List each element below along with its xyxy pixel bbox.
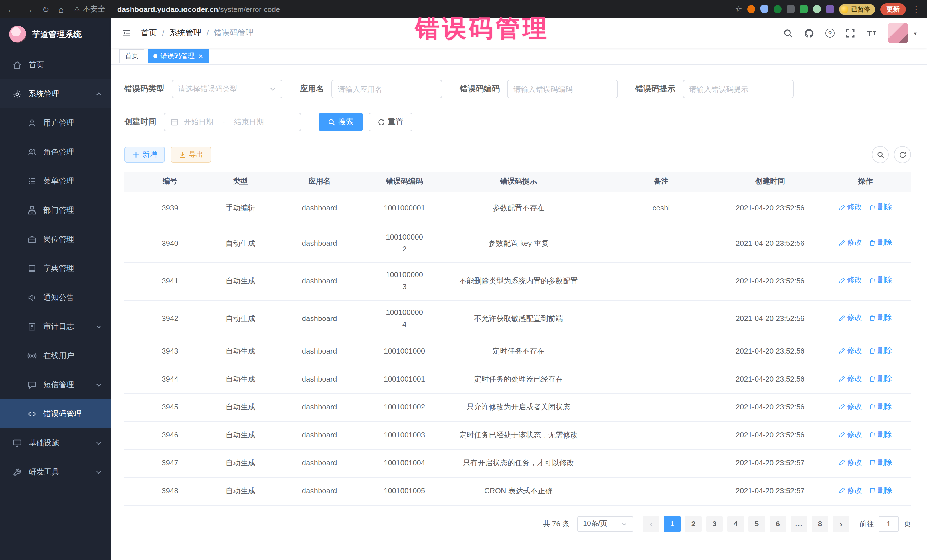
github-icon[interactable] — [804, 28, 815, 38]
page-button-2[interactable]: 2 — [685, 516, 702, 532]
app-name-input[interactable] — [331, 80, 442, 98]
delete-link[interactable]: 删除 — [869, 429, 892, 441]
error-hint-input[interactable] — [683, 80, 793, 98]
delete-link[interactable]: 删除 — [869, 202, 892, 214]
close-icon[interactable]: × — [199, 52, 203, 60]
font-size-icon[interactable]: TT — [866, 28, 877, 38]
extension-icon[interactable] — [800, 5, 808, 13]
tag-home[interactable]: 首页 — [119, 49, 144, 63]
breadcrumb-home[interactable]: 首页 — [141, 28, 157, 38]
app-logo[interactable]: 芋道管理系统 — [0, 18, 111, 50]
page-button-3[interactable]: 3 — [706, 516, 723, 532]
sidebar-item-label: 基础设施 — [29, 438, 59, 448]
toggle-search-button[interactable] — [872, 146, 889, 163]
page-button-6[interactable]: 6 — [769, 516, 786, 532]
divider — [111, 5, 111, 13]
browser-menu-icon[interactable]: ⋮ — [912, 5, 920, 14]
extension-icon[interactable] — [787, 5, 795, 13]
edit-link[interactable]: 修改 — [839, 429, 862, 441]
cell-app: dashboard — [265, 225, 374, 262]
edit-link[interactable]: 修改 — [839, 237, 862, 249]
extension-icon[interactable] — [760, 5, 768, 13]
delete-link[interactable]: 删除 — [869, 373, 892, 385]
sidebar-item-user-management[interactable]: 用户管理 — [0, 108, 111, 137]
delete-link[interactable]: 删除 — [869, 237, 892, 249]
sidebar-item-system-management[interactable]: 系统管理 — [0, 79, 111, 108]
delete-link[interactable]: 删除 — [869, 312, 892, 324]
edit-link[interactable]: 修改 — [839, 485, 862, 497]
reset-button[interactable]: 重置 — [369, 113, 412, 131]
page-button-5[interactable]: 5 — [748, 516, 765, 532]
error-code-input[interactable] — [507, 80, 618, 98]
search-icon[interactable] — [783, 28, 793, 38]
page-size-select[interactable]: 10条/页 — [577, 516, 633, 532]
edit-link[interactable]: 修改 — [839, 202, 862, 214]
sidebar-item-label: 用户管理 — [43, 118, 74, 128]
sidebar-item-dict-management[interactable]: 字典管理 — [0, 254, 111, 283]
browser-home-icon[interactable]: ⌂ — [58, 5, 64, 14]
sidebar-item-post-management[interactable]: 岗位管理 — [0, 225, 111, 254]
edit-link[interactable]: 修改 — [839, 401, 862, 413]
sidebar-item-sms-management[interactable]: 短信管理 — [0, 370, 111, 399]
chevron-down-icon[interactable]: ▾ — [914, 30, 917, 36]
page-button-8[interactable]: 8 — [812, 516, 828, 532]
message-icon — [27, 380, 36, 389]
delete-link[interactable]: 删除 — [869, 485, 892, 497]
next-page-button[interactable]: › — [833, 516, 849, 532]
sidebar-item-error-code-management[interactable]: 错误码管理 — [0, 399, 111, 428]
prev-page-button[interactable]: ‹ — [643, 516, 660, 532]
edit-link[interactable]: 修改 — [839, 345, 862, 357]
delete-link[interactable]: 删除 — [869, 345, 892, 357]
menu-fold-icon[interactable] — [122, 28, 132, 38]
error-type-select[interactable]: 请选择错误码类型 — [172, 80, 283, 98]
edit-link[interactable]: 修改 — [839, 373, 862, 385]
tag-error-code[interactable]: 错误码管理× — [148, 49, 208, 63]
extension-icon[interactable] — [747, 5, 755, 13]
page-button-4[interactable]: 4 — [727, 516, 744, 532]
security-label[interactable]: 不安全 — [83, 4, 105, 14]
sidebar-item-infrastructure[interactable]: 基础设施 — [0, 428, 111, 457]
column-header: 创建时间 — [720, 171, 820, 191]
sidebar-item-department-management[interactable]: 部门管理 — [0, 196, 111, 225]
chevron-down-icon — [95, 439, 102, 446]
sidebar-item-notice[interactable]: 通知公告 — [0, 283, 111, 312]
extension-icon[interactable] — [826, 5, 834, 13]
cell-remark — [602, 225, 720, 262]
goto-page-input[interactable] — [878, 516, 899, 532]
address-bar[interactable]: ⚠ 不安全 dashboard.yudao.iocoder.cn/system/… — [74, 4, 280, 14]
delete-link[interactable]: 删除 — [869, 457, 892, 469]
refresh-table-button[interactable] — [894, 146, 911, 163]
sidebar-item-online-user[interactable]: 在线用户 — [0, 341, 111, 370]
extension-icon[interactable] — [813, 5, 821, 13]
sidebar-item-role-management[interactable]: 角色管理 — [0, 137, 111, 167]
help-icon[interactable]: ? — [825, 29, 834, 38]
sidebar-item-audit-log[interactable]: 审计日志 — [0, 312, 111, 341]
total-count: 共 76 条 — [543, 519, 570, 529]
sidebar-item-menu-management[interactable]: 菜单管理 — [0, 167, 111, 196]
edit-link[interactable]: 修改 — [839, 312, 862, 324]
page-ellipsis[interactable]: ... — [791, 516, 807, 532]
date-range-picker[interactable]: 开始日期 - 结束日期 — [164, 113, 301, 131]
back-icon[interactable]: ← — [7, 5, 15, 14]
forward-icon[interactable]: → — [24, 5, 33, 14]
sidebar-item-dev-tools[interactable]: 研发工具 — [0, 457, 111, 486]
page-button-1[interactable]: 1 — [664, 516, 681, 532]
profile-paused-button[interactable]: 已暂停 — [839, 4, 875, 15]
search-button[interactable]: 搜索 — [319, 113, 363, 131]
export-button[interactable]: 导出 — [170, 147, 211, 162]
sidebar-item-home[interactable]: 首页 — [0, 50, 111, 79]
edit-link[interactable]: 修改 — [839, 457, 862, 469]
delete-link[interactable]: 删除 — [869, 401, 892, 413]
extension-icon[interactable] — [774, 5, 781, 13]
bookmark-icon[interactable]: ☆ — [735, 5, 742, 14]
user-avatar[interactable] — [887, 23, 908, 43]
delete-link[interactable]: 删除 — [869, 275, 892, 287]
breadcrumb-system[interactable]: 系统管理 — [169, 28, 201, 38]
cell-type: 自动生成 — [216, 338, 265, 366]
add-button[interactable]: 新增 — [125, 147, 165, 162]
fullscreen-icon[interactable] — [845, 28, 856, 38]
update-button[interactable]: 更新 — [880, 3, 906, 15]
reload-icon[interactable]: ↻ — [42, 5, 49, 14]
edit-link[interactable]: 修改 — [839, 275, 862, 287]
search-icon — [328, 118, 336, 126]
